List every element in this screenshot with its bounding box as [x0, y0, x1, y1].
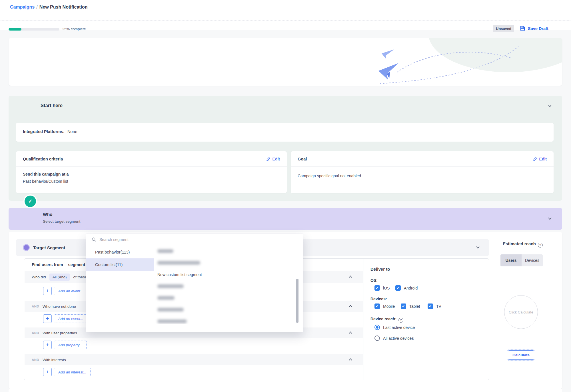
breadcrumb-separator: /: [35, 5, 39, 9]
who-section-header[interactable]: Who Select target segment: [9, 208, 562, 230]
segment-dot-icon: [23, 244, 30, 251]
device-reach-label: Device reach:?: [370, 317, 403, 323]
start-here-collapse-chevron-icon[interactable]: [547, 103, 552, 108]
next-section-edge: [9, 388, 562, 392]
qualification-edit-button[interactable]: Edit: [266, 157, 280, 161]
add-event-button[interactable]: Add an event...: [54, 314, 87, 323]
qualification-criteria-card: Qualification criteria Edit Send this ca…: [16, 151, 287, 193]
qualification-line1: Send this campaign at a: [23, 172, 69, 176]
goal-edit-button[interactable]: Edit: [533, 157, 547, 161]
save-icon: [520, 26, 525, 31]
segment-option-redacted[interactable]: [154, 292, 300, 304]
save-draft-label: Save Draft: [528, 26, 548, 31]
segment-type-trigger[interactable]: segment: [68, 262, 85, 267]
scrollbar-thumb[interactable]: [296, 279, 298, 323]
criteria-label: With interests: [43, 358, 66, 362]
target-segment-collapse-chevron-icon[interactable]: [475, 245, 480, 250]
ios-checkbox[interactable]: ✓: [374, 285, 380, 291]
criteria-label: Who have not done: [43, 304, 76, 309]
help-icon[interactable]: ?: [398, 318, 403, 323]
and-conjunction: AND: [32, 305, 43, 308]
all-active-devices-radio[interactable]: [374, 335, 380, 341]
condition-pill[interactable]: All (And): [49, 274, 70, 281]
breadcrumb: Campaigns/New Push Notification: [10, 5, 88, 10]
add-condition-plus-button[interactable]: +: [43, 341, 52, 349]
criteria-band: AND With interests: [25, 354, 363, 365]
header-divider: [0, 20, 571, 21]
add-condition-plus-button[interactable]: +: [43, 287, 52, 295]
goal-card: Goal Edit Campaign specific goal not ena…: [291, 151, 554, 193]
start-here-section: ✓ Start here Integrated Platforms: None …: [9, 96, 562, 201]
ios-label: iOS: [383, 286, 390, 290]
os-label: OS:: [370, 278, 378, 283]
campaign-builder-screen: Campaigns/New Push Notification 25% comp…: [0, 0, 571, 392]
android-label: Android: [404, 286, 418, 290]
tab-users[interactable]: Users: [500, 254, 522, 266]
goal-title: Goal: [298, 157, 307, 161]
add-condition-plus-button[interactable]: +: [43, 368, 52, 376]
pencil-icon: [533, 157, 537, 161]
search-icon: [92, 237, 96, 242]
unsaved-badge: Unsaved: [493, 25, 514, 32]
reach-unit-toggle: Users Devices: [500, 254, 543, 266]
collapse-up-icon[interactable]: [348, 357, 353, 362]
collapse-up-icon[interactable]: [348, 330, 353, 335]
add-interest-button[interactable]: Add an interest...: [54, 368, 91, 376]
progress-fill: [9, 28, 21, 31]
segment-option-redacted[interactable]: [154, 257, 300, 269]
segment-option-redacted[interactable]: [154, 315, 300, 324]
tablet-label: Tablet: [409, 304, 420, 309]
segment-dropdown: Past behavior(113) Custom list(11) New c…: [86, 234, 303, 332]
add-condition-plus-button[interactable]: +: [43, 314, 52, 323]
mobile-label: Mobile: [383, 304, 395, 309]
find-users-heading: Find users from segment: [32, 262, 85, 267]
qualification-line2: Past behavior/Custom list: [23, 179, 68, 184]
who-title: Who: [43, 212, 53, 217]
category-custom-list[interactable]: Custom list(11): [86, 258, 154, 271]
integrated-platforms-value: None: [67, 129, 77, 134]
android-checkbox[interactable]: ✓: [395, 285, 401, 291]
segment-option-redacted[interactable]: [154, 280, 300, 292]
sidebar-divider: [500, 232, 500, 389]
segment-search-row: [86, 234, 303, 245]
category-past-behavior[interactable]: Past behavior(113): [86, 246, 154, 258]
add-event-button[interactable]: Add an event...: [54, 287, 87, 295]
help-icon[interactable]: ?: [538, 243, 543, 248]
segment-option[interactable]: New custom list segment: [154, 269, 300, 280]
mobile-checkbox[interactable]: ✓: [374, 303, 380, 309]
top-bar: Campaigns/New Push Notification 25% comp…: [0, 0, 571, 30]
progress-bar: [9, 28, 59, 31]
and-conjunction: AND: [32, 358, 43, 361]
breadcrumb-campaigns-link[interactable]: Campaigns: [10, 5, 35, 9]
qualification-criteria-title: Qualification criteria: [23, 157, 63, 161]
progress-label: 25% complete: [62, 27, 86, 31]
tablet-checkbox[interactable]: ✓: [401, 303, 406, 309]
who-subtitle: Select target segment: [43, 219, 80, 224]
criteria-deliver-divider: [364, 259, 364, 380]
who-collapse-chevron-icon[interactable]: [547, 216, 552, 221]
tab-devices[interactable]: Devices: [522, 254, 543, 266]
goal-body: Campaign specific goal not enabled.: [298, 174, 362, 178]
save-draft-button[interactable]: Save Draft: [520, 26, 548, 31]
start-here-title: Start here: [41, 103, 63, 108]
tv-checkbox[interactable]: ✓: [428, 303, 433, 309]
calculate-button[interactable]: Calculate: [508, 350, 534, 360]
tv-label: TV: [436, 304, 441, 309]
segment-option-redacted[interactable]: [154, 304, 300, 315]
deliver-to-title: Deliver to: [370, 267, 390, 272]
add-property-button[interactable]: Add property...: [54, 341, 87, 349]
segment-search-input[interactable]: [99, 237, 214, 242]
last-active-device-label: Last active device: [383, 325, 415, 330]
reach-placeholder-circle: Click Calculate: [504, 295, 538, 329]
campaign-name-card: Name* Select labels: [9, 38, 562, 86]
segment-results-list: New custom list segment: [154, 245, 300, 324]
last-active-device-radio[interactable]: [374, 325, 380, 330]
paper-plane-illustration: [363, 41, 523, 86]
who-did-label: Who did: [32, 275, 46, 279]
page-title: New Push Notification: [39, 5, 88, 9]
estimated-reach-title: Estimated reach?: [503, 241, 543, 248]
collapse-up-icon[interactable]: [348, 274, 353, 280]
integrated-platforms-card: Integrated Platforms: None: [16, 123, 554, 142]
segment-option-redacted[interactable]: [154, 245, 300, 257]
collapse-up-icon[interactable]: [348, 304, 353, 309]
